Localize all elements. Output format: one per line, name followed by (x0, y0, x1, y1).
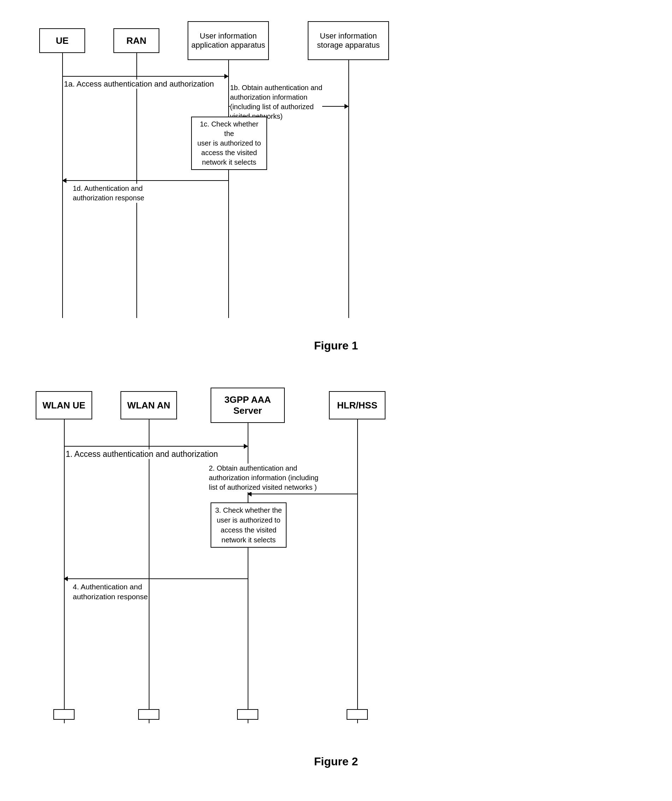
foot-hlr-hss (347, 709, 368, 720)
foot-wlan-ue (53, 709, 74, 720)
label-2: 2. Obtain authentication andauthorizatio… (209, 463, 357, 492)
actor-wlan-an: WLAN AN (121, 391, 177, 420)
actor-uisa: User informationstorage apparatus (308, 21, 389, 60)
foot-wlan-an (138, 709, 159, 720)
label-1: 1. Access authentication and authorizati… (66, 449, 218, 459)
figure2-diagram: WLAN UE WLAN AN 3GPP AAAServer HLR/HSS 1… (18, 377, 654, 748)
actor-ue: UE (39, 28, 85, 53)
arrow-1d (63, 180, 228, 181)
actor-3gpp-aaa: 3GPP AAAServer (211, 388, 285, 423)
figure2-label: Figure 2 (18, 755, 654, 768)
arrow-2-left (248, 494, 357, 494)
box-3: 3. Check whether theuser is authorized t… (211, 502, 286, 548)
box-1c: 1c. Check whether theuser is authorized … (191, 117, 267, 170)
arrow-1a (62, 76, 228, 77)
figure1-diagram: UE RAN User informationapplication appar… (18, 14, 654, 332)
lifeline-uisa (348, 60, 349, 318)
label-1b: 1b. Obtain authentication andauthorizati… (230, 83, 322, 121)
actor-hlr-hss: HLR/HSS (329, 391, 386, 420)
arrow-1 (64, 446, 248, 447)
figure1-label: Figure 1 (18, 339, 654, 352)
actor-wlan-ue: WLAN UE (36, 391, 92, 420)
figure2-container: WLAN UE WLAN AN 3GPP AAAServer HLR/HSS 1… (18, 377, 654, 772)
figure1-container: UE RAN User informationapplication appar… (18, 14, 654, 356)
lifeline-uiaa (228, 60, 229, 318)
lifeline-wlan-an (149, 420, 150, 723)
lifeline-wlan-ue (64, 420, 65, 723)
actor-ran: RAN (113, 28, 159, 53)
label-1d: 1d. Authentication andauthorization resp… (73, 184, 144, 203)
actor-uiaa: User informationapplication apparatus (188, 21, 269, 60)
foot-3gpp-aaa (237, 709, 258, 720)
arrow-4 (64, 578, 248, 579)
label-1a: 1a. Access authentication and authorizat… (64, 79, 214, 89)
label-4: 4. Authentication andauthorization respo… (73, 582, 148, 602)
lifeline-hlr-hss (357, 420, 358, 723)
lifeline-ue (62, 53, 63, 318)
